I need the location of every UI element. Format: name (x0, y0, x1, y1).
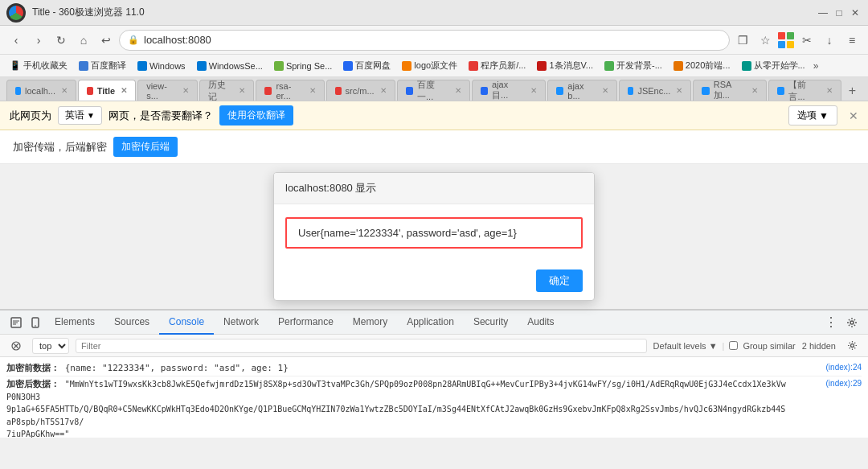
new-tab-button[interactable]: + (843, 81, 862, 101)
translation-bar: 此网页为 英语 ▼ 网页，是否需要翻译？ 使用谷歌翻译 选项 ▼ ✕ (0, 101, 868, 130)
hidden-count: 2 hidden (802, 341, 836, 351)
bookmark-windowsse[interactable]: WindowsSe... (194, 60, 266, 72)
title-text: Title - 360极速浏览器 11.0 (32, 6, 810, 19)
devtools-more-button[interactable]: ⋮ (820, 315, 842, 330)
svg-point-2 (35, 325, 36, 327)
back-button[interactable]: ‹ (6, 31, 26, 50)
minimize-button[interactable]: — (817, 6, 829, 19)
star-button[interactable]: ☆ (755, 31, 775, 50)
translate-button[interactable]: 使用谷歌翻译 (219, 105, 293, 125)
tab-history[interactable]: 历史记 ✕ (199, 80, 254, 101)
page-header-text: 加密传端，后端解密 (13, 140, 107, 154)
tab-close-localh[interactable]: ✕ (61, 86, 68, 95)
bookmark-baidu-pan[interactable]: 百度网盘 (340, 58, 394, 73)
tab-close-rsaer[interactable]: ✕ (309, 86, 316, 95)
lock-icon: 🔒 (128, 35, 139, 45)
refresh-button[interactable]: ↻ (51, 31, 71, 50)
tab-close-srcm[interactable]: ✕ (380, 86, 387, 95)
console-source-2[interactable]: (index):29 (789, 378, 862, 389)
menu-button[interactable]: ≡ (842, 31, 862, 50)
page-content-area: 加密传端，后端解密 加密传后端 localhost:8080 显示 User{n… (0, 130, 868, 309)
tab-rsaer[interactable]: rsa-er... ✕ (256, 80, 325, 101)
tab-close-title[interactable]: ✕ (121, 86, 127, 95)
address-bar[interactable]: 🔒 localhost:8080 (119, 30, 730, 51)
console-source-1[interactable]: (index):24 (789, 362, 862, 373)
dialog-body: User{name='1223334', password='asd', age… (274, 204, 594, 261)
tab-viewsource[interactable]: view-s... ✕ (137, 80, 198, 101)
options-button[interactable]: 选项 ▼ (788, 105, 837, 125)
tab-localh[interactable]: localh... ✕ (6, 80, 76, 101)
browser-logo (6, 3, 26, 23)
bookmark-more[interactable]: » (813, 60, 819, 72)
bookmark-windows[interactable]: Windows (134, 60, 189, 72)
dialog-ok-button[interactable]: 确定 (536, 269, 583, 292)
tab-ajax-b[interactable]: ajax b... ✕ (547, 80, 618, 101)
default-levels-select[interactable]: Default levels ▼ (653, 341, 718, 351)
devtools-tab-sources[interactable]: Sources (104, 311, 159, 335)
filter-input[interactable] (76, 339, 647, 353)
devtools-tab-security[interactable]: Security (464, 311, 518, 335)
translation-lang-select[interactable]: 英语 ▼ (58, 106, 102, 125)
devtools-settings-button[interactable] (842, 313, 862, 332)
group-similar-checkbox[interactable] (729, 341, 738, 350)
cut-icon[interactable]: ✂ (797, 31, 817, 50)
tab-close-baidu[interactable]: ✕ (455, 86, 461, 95)
devtools-panel: Elements Sources Console Network Perform… (0, 309, 868, 438)
tab-preface-favicon (777, 87, 784, 95)
download-button[interactable]: ↓ (820, 31, 839, 50)
extensions-button[interactable]: ❐ (733, 31, 752, 50)
tab-close-preface[interactable]: ✕ (826, 86, 833, 95)
tab-baidu[interactable]: 百度一... ✕ (397, 80, 470, 101)
tab-srcm[interactable]: src/m... ✕ (326, 80, 395, 101)
bookmark-devbg[interactable]: 开发背景-... (601, 58, 665, 73)
tab-ajax-b-favicon (556, 87, 563, 95)
tab-title[interactable]: Title ✕ (78, 80, 136, 101)
tab-close-jsenc[interactable]: ✕ (676, 86, 682, 95)
maximize-button[interactable]: □ (833, 6, 845, 19)
bookmark-2020[interactable]: 2020前端... (670, 58, 734, 73)
dialog-footer: 确定 (274, 261, 594, 300)
devtools-toolbar: Elements Sources Console Network Perform… (0, 311, 868, 335)
context-select[interactable]: top (32, 338, 69, 354)
devtools-clear-area (6, 336, 26, 356)
devtools-device-button[interactable] (26, 313, 45, 332)
tab-rsa[interactable]: RSA加... ✕ (693, 80, 767, 101)
devtools-tab-performance[interactable]: Performance (268, 311, 343, 335)
dialog-message-text: User{name='1223334', password='asd', age… (298, 227, 517, 239)
dialog-title: localhost:8080 显示 (285, 182, 376, 194)
devtools-tab-network[interactable]: Network (214, 311, 268, 335)
devtools-tab-elements[interactable]: Elements (45, 311, 104, 335)
bookmark-item[interactable]: 📱 手机收藏夹 (6, 58, 71, 73)
home-button[interactable]: ⌂ (74, 31, 93, 50)
tab-close-history[interactable]: ✕ (239, 86, 245, 95)
close-translation-button[interactable]: ✕ (849, 109, 858, 122)
encrypt-button[interactable]: 加密传后端 (113, 137, 178, 157)
bookmark-baidu-translate[interactable]: 百度翻译 (76, 58, 129, 73)
forward-button[interactable]: › (29, 31, 48, 50)
bookmark-logo[interactable]: logo源文件 (399, 58, 461, 73)
devtools-tab-memory[interactable]: Memory (343, 311, 397, 335)
tab-close-rsa[interactable]: ✕ (751, 86, 758, 95)
devtools-clear-button[interactable] (6, 336, 26, 356)
bookmark-spring[interactable]: Spring Se... (271, 60, 335, 72)
tab-jsenc[interactable]: JSEnc... ✕ (619, 80, 691, 101)
close-window-button[interactable]: ✕ (849, 6, 862, 19)
devtools-inspect-button[interactable] (6, 313, 26, 332)
devtools-console-settings-icon[interactable] (842, 336, 862, 356)
tab-ajax-mu[interactable]: ajax 目... ✕ (472, 80, 546, 101)
tab-close-ajax-mu[interactable]: ✕ (530, 86, 537, 95)
bookmark-programmer[interactable]: 程序员新/... (465, 58, 529, 73)
main-content: localhost:8080 显示 User{name='1223334', p… (0, 164, 868, 309)
windows-tiles[interactable] (778, 32, 794, 48)
bookmark-message[interactable]: 1条消息V... (534, 58, 596, 73)
devtools-tab-console[interactable]: Console (159, 311, 214, 335)
bookmark-learn[interactable]: 从零开始学... (739, 58, 809, 73)
devtools-tab-audits[interactable]: Audits (518, 311, 563, 335)
tab-close-ajax-b[interactable]: ✕ (602, 86, 608, 95)
tab-close-viewsource[interactable]: ✕ (182, 86, 189, 95)
history-back-button[interactable]: ↩ (96, 31, 116, 50)
tabs-bar: localh... ✕ Title ✕ view-s... ✕ 历史记 ✕ rs… (0, 77, 868, 101)
tab-preface[interactable]: 【前言... ✕ (768, 80, 841, 101)
address-text: localhost:8080 (144, 34, 211, 46)
devtools-tab-application[interactable]: Application (397, 311, 464, 335)
